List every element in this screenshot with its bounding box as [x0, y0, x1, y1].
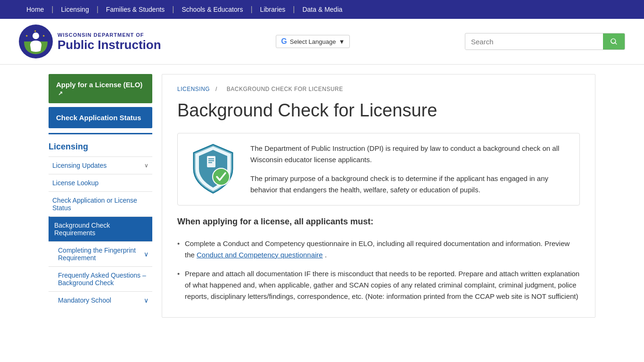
search-area [465, 33, 625, 50]
check-application-button[interactable]: Check Application Status [49, 107, 152, 128]
page-title: Background Check for Licensure [177, 100, 580, 122]
chevron-icon: ∨ [144, 250, 149, 258]
nav-home[interactable]: Home [19, 0, 51, 19]
nav-licensing[interactable]: Licensing [54, 0, 97, 19]
site-logo[interactable]: ★ ★ ★ WISCONSIN DEPARTMENT OF Public Ins… [19, 25, 161, 58]
svg-point-8 [213, 168, 230, 185]
sidebar-item-label: Frequently Asked Questions – Background … [58, 272, 149, 287]
sidebar-item-label: Check Application or License Status [52, 197, 149, 212]
sidebar-item-label: Licensing Updates [52, 162, 107, 169]
breadcrumb-licensing[interactable]: LICENSING [177, 86, 210, 92]
info-text: The Department of Public Instruction (DP… [250, 143, 570, 196]
search-button[interactable] [603, 33, 625, 49]
language-dropdown-icon: ▼ [339, 38, 345, 45]
content-area: LICENSING / BACKGROUND CHECK FOR LICENSU… [162, 74, 595, 318]
sidebar-item-check-app-status[interactable]: Check Application or License Status [49, 191, 152, 216]
svg-text:★: ★ [34, 30, 36, 33]
svg-text:★: ★ [42, 34, 45, 37]
sidebar-item-label: Background Check Requirements [54, 222, 149, 237]
svg-point-0 [33, 33, 39, 39]
nav-families[interactable]: Families & Students [99, 0, 173, 19]
info-para-2: The primary purpose of a background chec… [250, 173, 570, 196]
sidebar-item-bg-check[interactable]: Background Check Requirements [49, 216, 152, 241]
sidebar-section-title: Licensing [49, 133, 152, 156]
logo-public-instruction: Public Instruction [58, 39, 161, 51]
sidebar-item-licensing-updates[interactable]: Licensing Updates ∨ [49, 156, 152, 174]
breadcrumb-current: BACKGROUND CHECK FOR LICENSURE [227, 86, 343, 92]
sidebar-item-label: Completing the Fingerprint Requirement [58, 247, 144, 262]
site-header: ★ ★ ★ WISCONSIN DEPARTMENT OF Public Ins… [0, 19, 644, 65]
shield-checkmark-icon [190, 143, 237, 195]
chevron-icon: ∨ [144, 296, 149, 304]
list-item-2: Prepare and attach all documentation IF … [177, 264, 580, 306]
breadcrumb-separator: / [215, 86, 217, 92]
header-middle: G Select Language ▼ [175, 35, 451, 48]
search-input[interactable] [465, 34, 603, 49]
info-para-1: The Department of Public Instruction (DP… [250, 143, 570, 165]
language-selector[interactable]: G Select Language ▼ [276, 35, 350, 48]
google-g-icon: G [281, 37, 287, 46]
svg-text:★: ★ [25, 34, 28, 37]
list-item-1: Complete a Conduct and Competency questi… [177, 234, 580, 264]
sidebar-item-fingerprint[interactable]: Completing the Fingerprint Requirement ∨ [49, 241, 152, 266]
search-icon [610, 37, 618, 46]
logo-svg: ★ ★ ★ [22, 27, 50, 56]
apply-license-button[interactable]: Apply for a License (ELO) ↗ [49, 74, 152, 103]
logo-text-area: WISCONSIN DEPARTMENT OF Public Instructi… [58, 32, 161, 50]
nav-data[interactable]: Data & Media [295, 0, 350, 19]
sidebar-item-faq-bg[interactable]: Frequently Asked Questions – Background … [49, 266, 152, 291]
section-heading: When applying for a license, all applica… [177, 217, 580, 227]
sidebar-item-mandatory-school[interactable]: Mandatory School ∨ [49, 291, 152, 309]
sidebar-item-label: License Lookup [52, 179, 99, 187]
conduct-competency-link[interactable]: Conduct and Competency questionnaire [197, 251, 323, 259]
info-box: The Department of Public Instruction (DP… [177, 133, 580, 206]
sidebar-item-license-lookup[interactable]: License Lookup [49, 174, 152, 191]
svg-rect-4 [207, 156, 215, 167]
logo-circle: ★ ★ ★ [19, 25, 53, 58]
list-item-1-after: . [325, 251, 327, 259]
chevron-icon: ∨ [144, 162, 149, 169]
nav-libraries[interactable]: Libraries [253, 0, 293, 19]
sidebar-item-label: Mandatory School [58, 296, 111, 304]
main-layout: Apply for a License (ELO) ↗ Check Applic… [39, 65, 605, 327]
external-link-icon: ↗ [58, 90, 63, 97]
breadcrumb: LICENSING / BACKGROUND CHECK FOR LICENSU… [177, 86, 580, 92]
requirements-list: Complete a Conduct and Competency questi… [177, 234, 580, 306]
nav-schools[interactable]: Schools & Educators [174, 0, 250, 19]
language-label: Select Language [290, 38, 336, 45]
sidebar: Apply for a License (ELO) ↗ Check Applic… [49, 74, 152, 318]
top-navigation: Home | Licensing | Families & Students |… [0, 0, 644, 19]
shield-icon-wrap [187, 143, 239, 195]
